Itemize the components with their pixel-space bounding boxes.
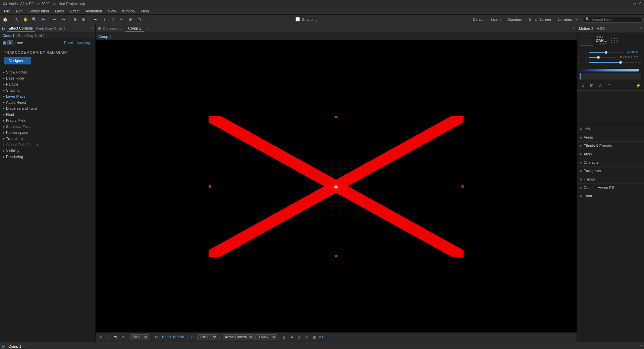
menu-effect[interactable]: Effect — [67, 8, 82, 14]
comp-panel-menu[interactable]: ≡ — [573, 27, 575, 30]
camera-select[interactable]: Active Camera — [222, 334, 254, 340]
designer-button[interactable]: Designer... — [4, 57, 31, 64]
section-fractal-field[interactable]: ▶Fractal Field — [0, 117, 95, 123]
clone-tool[interactable]: ⊗ — [127, 16, 134, 23]
anim-btn[interactable]: A — [597, 82, 604, 89]
section-base-form[interactable]: ▶Base Form — [0, 75, 95, 81]
menu-composition[interactable]: Composition — [26, 8, 52, 14]
always-preview-btn[interactable]: ⊞ — [98, 334, 104, 340]
panel-content-aware-fill[interactable]: ▶ Content-Aware Fill — [577, 184, 644, 192]
quality-select[interactable]: (Half) (Full) (Third) — [197, 334, 217, 340]
comp-viewport[interactable] — [96, 40, 577, 332]
panel-align[interactable]: ▶ Align — [577, 150, 644, 158]
views-select[interactable]: 1 View 2 Views 4 Views — [255, 334, 277, 340]
panel-character[interactable]: ▶ Character — [577, 158, 644, 167]
panel-audio[interactable]: ▶ Audio — [577, 133, 644, 142]
new-comp-btn[interactable]: ⊕ — [71, 16, 79, 23]
section-shading[interactable]: ▶Shading — [0, 87, 95, 93]
menu-view[interactable]: View — [105, 8, 119, 14]
section-layer-maps[interactable]: ▶Layer Maps — [0, 93, 95, 99]
slider-2[interactable] — [589, 57, 616, 58]
licensing-btn[interactable]: Licensing... — [75, 41, 93, 45]
workspace-learn[interactable]: Learn — [488, 17, 503, 22]
ctrl-checkbox-1[interactable] — [580, 51, 583, 54]
comp-tab-close[interactable]: × — [147, 27, 149, 31]
minimize-btn[interactable]: ─ — [628, 2, 631, 6]
slider-1[interactable] — [589, 52, 623, 53]
panel-effects-presets[interactable]: ▶ Effects & Presets — [577, 142, 644, 150]
close-btn[interactable]: ✕ — [638, 1, 641, 6]
fx-checkbox[interactable] — [3, 41, 6, 45]
tl-tab-close[interactable]: × — [25, 344, 27, 348]
workspace-standard[interactable]: Standard — [505, 17, 525, 22]
comp-breadcrumb-label[interactable]: Comp 1 — [3, 34, 14, 38]
maximize-btn[interactable]: □ — [633, 2, 636, 6]
hand-tool[interactable]: ✋ — [22, 16, 29, 23]
menu-file[interactable]: File — [1, 8, 13, 14]
section-rendering[interactable]: ▶Rendering — [0, 154, 95, 160]
panel-paint[interactable]: ▶ Paint — [577, 192, 644, 200]
effect-controls-tab[interactable]: Effect Controls — [7, 26, 35, 32]
shape-tool[interactable]: □ — [109, 16, 117, 23]
menu-edit[interactable]: Edit — [13, 8, 25, 14]
comp-flow-btn[interactable]: ⇄ — [289, 334, 295, 340]
fit-btn[interactable]: ⊟ — [153, 334, 159, 340]
slider-3[interactable] — [589, 62, 641, 63]
show-snapshot-btn[interactable]: ⊕ — [120, 334, 126, 340]
zoom-select[interactable]: 50% 100% 25% — [130, 334, 149, 340]
gradient-bar[interactable] — [582, 69, 639, 71]
panel-tracker[interactable]: ▶ Tracker — [577, 175, 644, 184]
chevron-up-btn[interactable]: ⌃ — [606, 82, 612, 89]
import-btn[interactable]: ⊞ — [80, 16, 88, 23]
ctrl-checkbox-3[interactable] — [580, 61, 583, 64]
search-input[interactable] — [591, 17, 638, 21]
section-kaleidospace[interactable]: ▶Kaleidospace — [0, 130, 95, 136]
comp-tab-name[interactable]: Comp 1 — [125, 26, 144, 32]
3d-renderer-btn[interactable]: ◎ — [296, 334, 302, 340]
tl-menu-icon[interactable]: ≡ — [640, 344, 642, 348]
motion3-menu[interactable]: ≡ — [640, 27, 642, 30]
section-particle[interactable]: ▶Particle — [0, 81, 95, 87]
list-view-btn[interactable]: ≡ — [580, 82, 586, 89]
home-btn[interactable]: 🏠 — [1, 16, 9, 23]
workspace-default[interactable]: Default — [470, 17, 487, 22]
ram-preview-btn[interactable]: ▷ — [190, 334, 196, 340]
paint-tool[interactable]: ✏ — [118, 16, 125, 23]
reset-btn[interactable]: Reset — [64, 41, 73, 45]
snapshot-btn[interactable]: 📷 — [112, 334, 118, 340]
menu-animation[interactable]: Animation — [83, 8, 105, 14]
menu-window[interactable]: Window — [119, 8, 138, 14]
fast-preview-btn[interactable]: ⊡ — [304, 334, 310, 340]
panel-menu-icon[interactable]: ≡ — [91, 27, 93, 30]
workspace-small-screen[interactable]: Small Screen — [526, 17, 553, 22]
selection-tool[interactable]: ↖ — [13, 16, 20, 23]
pen-tool[interactable]: ✒ — [92, 16, 99, 23]
text-tool[interactable]: T — [101, 16, 108, 23]
panel-paragraph[interactable]: ▶ Paragraph — [577, 167, 644, 175]
section-spherical-field[interactable]: ▶Spherical Field — [0, 123, 95, 130]
undo-btn[interactable]: ↩ — [51, 16, 58, 23]
section-show-forms[interactable]: ▶Show Forms — [0, 69, 95, 75]
grid-view-btn[interactable]: ⊞ — [588, 82, 595, 89]
menu-layer[interactable]: Layer — [52, 8, 67, 14]
timeline-tab[interactable]: Comp 1 — [6, 344, 23, 349]
region-of-interest-btn[interactable]: ◫ — [281, 334, 287, 340]
workspace-libraries[interactable]: Libraries — [555, 17, 575, 22]
ctrl-checkbox-2[interactable] — [580, 56, 583, 59]
zoom-tool[interactable]: 🔍 — [31, 16, 38, 23]
comp-breadcrumb-link[interactable]: Comp 1 — [98, 35, 111, 39]
menu-help[interactable]: Help — [139, 8, 152, 14]
section-disperse-twist[interactable]: ▶Disperse and Twist — [0, 105, 95, 111]
transparency-btn[interactable]: ▦ — [311, 334, 317, 340]
section-visibility[interactable]: ▶Visibility — [0, 148, 95, 154]
workspace-more[interactable]: » — [576, 17, 578, 21]
audio-btn[interactable]: ♪ — [105, 334, 111, 340]
section-audio-react[interactable]: ▶Audio React — [0, 99, 95, 105]
redo-btn[interactable]: ↪ — [60, 16, 67, 23]
panel-info[interactable]: ▶ Info — [577, 125, 644, 133]
camera-tool[interactable]: ◎ — [39, 16, 47, 23]
bolt-btn[interactable]: ⚡ — [635, 82, 641, 89]
section-transform[interactable]: ▶Transform — [0, 136, 95, 142]
snapping-checkbox[interactable] — [296, 17, 300, 21]
section-fluid[interactable]: ▶Fluid — [0, 111, 95, 117]
